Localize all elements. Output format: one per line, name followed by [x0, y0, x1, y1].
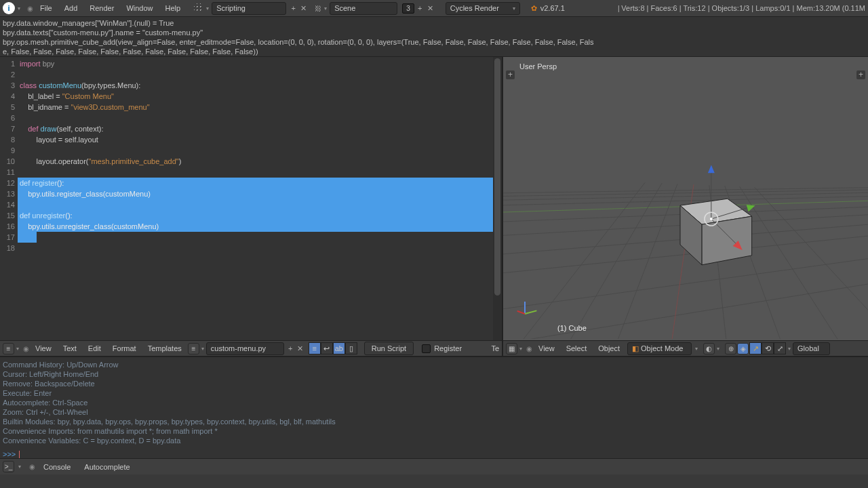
translate-gizmo-icon[interactable]: ↗: [749, 342, 762, 354]
shading-mode-icon[interactable]: ◐: [703, 343, 715, 354]
text-display-toggles[interactable]: ≡ ↩ ab ▯: [309, 342, 357, 354]
console-menu-console[interactable]: Console: [38, 460, 76, 474]
console-prompt[interactable]: >>>: [3, 449, 865, 458]
info-line: e, False, False, False, False, False, Fa…: [3, 47, 865, 56]
blender-logo-icon[interactable]: i: [3, 2, 15, 14]
delete-scene-button[interactable]: ✕: [426, 4, 435, 13]
vp-menu-object[interactable]: Object: [593, 342, 625, 355]
register-label: Register: [434, 344, 462, 352]
run-script-button[interactable]: Run Script: [364, 342, 414, 355]
code-line[interactable]: [18, 167, 502, 178]
scene-dropdown[interactable]: Scene: [330, 2, 397, 15]
info-line: bpy.ops.mesh.primitive_cube_add(view_ali…: [3, 37, 865, 47]
code-line[interactable]: def draw(self, context):: [18, 123, 502, 134]
toolshelf-toggle[interactable]: +: [506, 70, 515, 79]
scale-gizmo-icon[interactable]: ⤢: [774, 342, 786, 354]
margin-toggle[interactable]: ▯: [345, 342, 357, 354]
manipulator-mode-toggles[interactable]: ↗ ⟲ ⤢: [749, 342, 786, 354]
add-scene-button[interactable]: +: [416, 4, 425, 12]
properties-toggle[interactable]: +: [856, 70, 865, 79]
record-icon[interactable]: ◉: [27, 5, 33, 12]
text-menu-templates[interactable]: Templates: [142, 342, 187, 355]
record-icon[interactable]: ◉: [23, 345, 29, 352]
code-line[interactable]: bpy.utils.register_class(customMenu): [18, 188, 502, 199]
code-text-area[interactable]: import bpyclass customMenu(bpy.types.Men…: [18, 57, 502, 340]
menu-window[interactable]: Window: [121, 1, 158, 15]
editor-type-icon[interactable]: ▦: [506, 343, 517, 354]
code-line[interactable]: class customMenu(bpy.types.Menu):: [18, 80, 502, 91]
word-wrap-toggle[interactable]: ↩: [321, 342, 333, 354]
code-line[interactable]: bpy.utils.unregister_class(customMenu): [18, 221, 502, 232]
code-line[interactable]: def unregister():: [18, 210, 502, 221]
chevron-down-icon[interactable]: ▾: [201, 346, 204, 352]
code-line[interactable]: [18, 145, 502, 156]
chevron-down-icon[interactable]: ▾: [206, 5, 209, 12]
record-icon[interactable]: ◉: [29, 463, 35, 470]
scroll-thumb[interactable]: [494, 58, 500, 296]
code-line[interactable]: [18, 69, 502, 80]
text-editor-area[interactable]: 123456789101112131415161718 import bpycl…: [0, 57, 502, 340]
chevron-down-icon[interactable]: ▾: [18, 5, 20, 12]
unlink-text-button[interactable]: ✕: [296, 344, 304, 353]
code-line[interactable]: [18, 243, 502, 253]
mode-dropdown[interactable]: ◧ Object Mode: [627, 342, 692, 355]
chevron-down-icon[interactable]: ▾: [519, 346, 522, 352]
code-line[interactable]: [18, 232, 502, 243]
editor-type-icon[interactable]: >_: [3, 461, 14, 472]
python-console-area[interactable]: Command History: Up/Down ArrowCursor: Le…: [0, 357, 868, 458]
console-output-line: Convenience Variables: C = bpy.context, …: [3, 436, 865, 445]
blender-version-icon: ✿: [531, 4, 537, 13]
console-output-line: Cursor: Left/Right Home/End: [3, 369, 865, 379]
render-engine-dropdown[interactable]: Cycles Render ▾: [446, 2, 520, 15]
orientation-dropdown[interactable]: Global: [793, 342, 830, 355]
menu-render[interactable]: Render: [84, 1, 119, 15]
console-output-line: Builtin Modules: bpy, bpy.data, bpy.ops,…: [3, 417, 865, 426]
version-label: v2.67.1: [540, 4, 565, 12]
new-text-button[interactable]: +: [286, 344, 295, 352]
vp-menu-view[interactable]: View: [533, 342, 560, 355]
text-scrollbar[interactable]: [493, 57, 502, 340]
3d-viewport[interactable]: + + User Persp (1) Cube: [502, 57, 868, 340]
screen-layout-dropdown[interactable]: Scripting: [212, 2, 286, 15]
rotate-gizmo-icon[interactable]: ⟲: [762, 342, 774, 354]
code-line[interactable]: def register():: [18, 178, 502, 188]
code-line[interactable]: bl_label = "Custom Menu": [18, 91, 502, 102]
text-menu-view[interactable]: View: [30, 342, 57, 355]
chevron-down-icon[interactable]: ▾: [16, 346, 19, 352]
add-layout-button[interactable]: +: [289, 4, 298, 12]
text-menu-format[interactable]: Format: [107, 342, 142, 355]
register-checkbox[interactable]: [422, 344, 431, 353]
code-line[interactable]: [18, 113, 502, 123]
info-report-area: bpy.data.window_managers["WinMan"].(null…: [0, 17, 868, 57]
code-line[interactable]: import bpy: [18, 58, 502, 69]
text-menu-edit[interactable]: Edit: [83, 342, 106, 355]
scene-browse-icon[interactable]: [315, 4, 321, 12]
delete-layout-button[interactable]: ✕: [299, 4, 308, 13]
code-line[interactable]: layout = self.layout: [18, 134, 502, 145]
chevron-down-icon[interactable]: ▾: [324, 5, 327, 12]
editor-type-icon[interactable]: ≡: [3, 343, 14, 354]
text-menu-text[interactable]: Text: [58, 342, 82, 355]
manipulator-toggle[interactable]: ◈: [737, 343, 749, 354]
svg-line-18: [755, 187, 868, 339]
line-numbers-toggle[interactable]: ≡: [309, 342, 321, 354]
code-line[interactable]: bl_idname = "view3D.custom_menu": [18, 102, 502, 113]
menu-help[interactable]: Help: [160, 1, 186, 15]
chevron-down-icon[interactable]: ▾: [788, 346, 791, 352]
console-menu-autocomplete[interactable]: Autocomplete: [79, 460, 135, 474]
pivot-icon[interactable]: ⊕: [725, 343, 736, 354]
screen-browse-icon[interactable]: [194, 3, 203, 13]
code-line[interactable]: [18, 199, 502, 210]
chevron-down-icon[interactable]: ▾: [18, 464, 21, 470]
menu-file[interactable]: File: [35, 1, 58, 15]
record-icon[interactable]: ◉: [526, 345, 532, 352]
chevron-down-icon[interactable]: ▾: [695, 346, 698, 352]
chevron-down-icon[interactable]: ▾: [717, 346, 719, 352]
scene-users-count: 3: [402, 3, 414, 14]
vp-menu-select[interactable]: Select: [561, 342, 593, 355]
menu-add[interactable]: Add: [59, 1, 83, 15]
code-line[interactable]: layout.operator("mesh.primitive_cube_add…: [18, 156, 502, 167]
syntax-hl-toggle[interactable]: ab: [333, 342, 345, 354]
text-browse-icon[interactable]: ≡: [188, 343, 199, 354]
text-file-dropdown[interactable]: custom-menu.py: [206, 342, 284, 355]
